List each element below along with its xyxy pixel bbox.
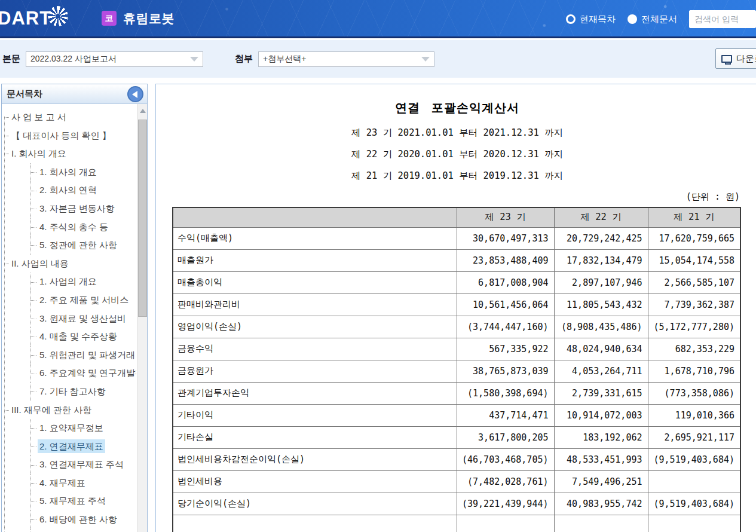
report-version-value: 2022.03.22 사업보고서: [30, 54, 117, 65]
download-button[interactable]: 다운로드: [715, 48, 756, 69]
sidebar-item[interactable]: 2. 주요 제품 및 서비스: [2, 291, 136, 310]
sidebar-item[interactable]: III. 재무에 관한 사항: [2, 401, 136, 420]
sidebar-item[interactable]: 6. 주요계약 및 연구개발활동: [2, 364, 136, 383]
sidebar-item[interactable]: 5. 위험관리 및 파생거래: [2, 346, 136, 365]
download-label: 다운로드: [736, 53, 756, 65]
sidebar-item[interactable]: 7. 기타 참고사항: [2, 383, 136, 401]
sidebar-item-label: 4. 주식의 총수 등: [38, 220, 110, 234]
sidebar-scrollbar[interactable]: [137, 104, 147, 532]
table-row: 매출총이익6,817,008,9042,897,107,9462,566,585…: [173, 271, 740, 293]
sidebar-item[interactable]: 3. 연결재무제표 주석: [2, 455, 136, 474]
attachment-select[interactable]: +첨부선택+: [258, 51, 434, 67]
chevron-down-icon: [190, 57, 198, 62]
sidebar-item[interactable]: I. 회사의 개요: [2, 145, 136, 163]
sidebar-item[interactable]: 1. 요약재무정보: [2, 419, 136, 438]
scrollbar-thumb[interactable]: [138, 120, 147, 317]
table-header-cell: 제 22 기: [554, 207, 648, 227]
table-cell-value: (7,482,028,761): [457, 470, 554, 493]
dart-logo[interactable]: DART: [0, 8, 68, 29]
sidebar-header: 문서목차: [2, 84, 147, 104]
company-name: 휴림로봇: [123, 10, 175, 27]
report-version-select[interactable]: 2022.03.22 사업보고서: [26, 51, 203, 67]
period-line: 제 21 기 2019.01.01 부터 2019.12.31 까지: [156, 165, 756, 186]
sidebar-item[interactable]: 3. 원재료 및 생산설비: [2, 310, 136, 328]
search-input[interactable]: [689, 10, 756, 28]
table-row: 기타이익437,714,47110,914,072,003119,010,366: [173, 404, 740, 426]
sidebar-item-label: 4. 재무제표: [38, 476, 87, 490]
radio-unselected-icon[interactable]: [628, 14, 637, 24]
period-lines: 제 23 기 2021.01.01 부터 2021.12.31 까지제 22 기…: [156, 122, 756, 186]
table-cell-label: 관계기업투자손익: [173, 382, 457, 404]
sidebar-item[interactable]: 1. 사업의 개요: [2, 273, 136, 291]
sidebar-item[interactable]: 5. 정관에 관한 사항: [2, 236, 136, 255]
table-cell-value: 2,695,921,117: [648, 426, 740, 448]
table-row: 판매비와관리비10,561,456,06411,805,543,4327,739…: [173, 293, 740, 316]
table-cell-label: 금융원가: [173, 360, 457, 382]
sidebar-item[interactable]: 3. 자본금 변동사항: [2, 200, 136, 218]
table-cell-label: 법인세비용차감전순이익(손실): [173, 448, 457, 470]
sidebar-item[interactable]: 7. 증권의 발행을 통한 자금조: [2, 529, 136, 532]
sidebar-item[interactable]: II. 사업의 내용: [2, 255, 136, 273]
collapse-arrow-icon: [132, 91, 137, 98]
sidebar-item[interactable]: 사 업 보 고 서: [2, 108, 136, 127]
table-cell-value: 17,620,759,665: [648, 227, 740, 249]
doc-select-label: 본문: [2, 53, 20, 65]
radio-current-label: 현재목차: [580, 14, 616, 25]
sidebar-item[interactable]: 4. 주식의 총수 등: [2, 218, 136, 237]
table-row: 수익(매출액)30,670,497,31320,729,242,42517,62…: [173, 227, 740, 249]
sidebar-collapse-button[interactable]: [127, 86, 143, 102]
sidebar-item[interactable]: 2. 연결재무제표: [2, 438, 136, 456]
dart-logo-text: DART: [0, 8, 51, 29]
table-cell-value: [648, 470, 740, 493]
table-cell-value: 23,853,488,409: [457, 249, 554, 271]
attachment-value: +첨부선택+: [263, 54, 306, 65]
main-panel: 연결 포괄손익계산서 제 23 기 2021.01.01 부터 2021.12.…: [155, 84, 756, 532]
market-badge: 코: [102, 11, 117, 26]
sidebar-item-label: 5. 위험관리 및 파생거래: [38, 348, 136, 362]
table-cell-value: (46,703,468,705): [457, 448, 554, 470]
table-header-row: 제 23 기제 22 기제 21 기: [173, 207, 740, 227]
table-cell-label: 기타이익: [173, 404, 457, 426]
table-cell-value: (39,221,439,944): [457, 493, 554, 515]
radio-selected-icon[interactable]: [566, 14, 576, 24]
table-cell-value: 30,670,497,313: [457, 227, 554, 249]
sidebar-item[interactable]: 4. 매출 및 수주상황: [2, 328, 136, 346]
table-cell-value: 2,739,331,615: [554, 382, 648, 404]
table-cell-value: 3,617,800,205: [457, 426, 554, 448]
table-cell-value: 48,533,451,993: [554, 448, 648, 470]
sidebar-item[interactable]: 2. 회사의 연혁: [2, 181, 136, 200]
table-cell-value: 183,192,062: [554, 426, 648, 448]
sidebar: 문서목차 사 업 보 고 서【 대표이사 등의 확인 】I. 회사의 개요1. …: [1, 84, 148, 532]
sidebar-item-label: III. 재무에 관한 사항: [10, 403, 93, 417]
sidebar-item[interactable]: 5. 재무제표 주석: [2, 492, 136, 510]
sidebar-item-label: 3. 연결재무제표 주석: [38, 457, 126, 471]
radio-current-toc[interactable]: 현재목차: [566, 14, 616, 25]
table-cell-value: 7,549,496,251: [554, 470, 648, 493]
table-cell-value: [648, 515, 740, 532]
sidebar-item[interactable]: 1. 회사의 개요: [2, 163, 136, 182]
sidebar-item[interactable]: 【 대표이사 등의 확인 】: [2, 127, 136, 145]
radio-all-documents[interactable]: 전체문서: [628, 14, 677, 25]
table-cell-value: (8,908,435,486): [554, 316, 648, 338]
table-header-cell: [173, 207, 457, 227]
table-cell-value: 2,897,107,946: [554, 271, 648, 293]
table-cell-value: 1,678,710,796: [648, 360, 740, 382]
table-cell-value: 15,054,174,558: [648, 249, 740, 271]
sidebar-item-label: 2. 주요 제품 및 서비스: [38, 293, 130, 307]
sidebar-item[interactable]: 6. 배당에 관한 사항: [2, 510, 136, 529]
sidebar-item-label: 1. 사업의 개요: [38, 274, 99, 288]
table-cell-value: (1,580,398,694): [457, 382, 554, 404]
table-cell-value: 682,353,229: [648, 338, 740, 360]
table-cell-value: 48,024,940,634: [554, 338, 648, 360]
table-cell-value: (5,172,777,280): [648, 316, 740, 338]
table-cell-value: (9,519,403,684): [648, 493, 740, 515]
sidebar-item[interactable]: 4. 재무제표: [2, 474, 136, 493]
table-cell-label: 당기순이익(손실): [173, 493, 457, 515]
sidebar-item-label: 1. 요약재무정보: [38, 421, 105, 435]
scrollbar-up-button[interactable]: [137, 106, 147, 115]
table-cell-value: (9,519,403,684): [648, 448, 740, 470]
income-statement-table: 제 23 기제 22 기제 21 기 수익(매출액)30,670,497,313…: [172, 207, 741, 532]
table-cell-value: 40,983,955,742: [554, 493, 648, 515]
period-line: 제 22 기 2020.01.01 부터 2020.12.31 까지: [156, 143, 756, 165]
table-cell-value: 7,739,362,387: [648, 293, 740, 316]
